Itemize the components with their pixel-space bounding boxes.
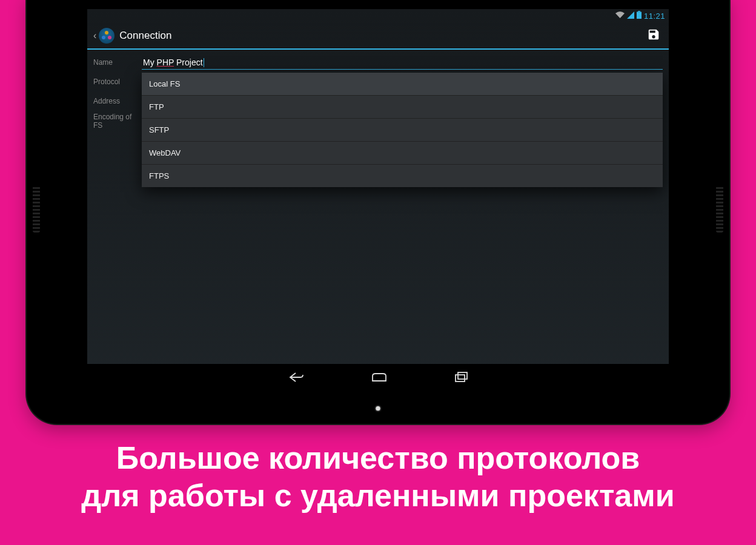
page-title: Connection	[119, 30, 645, 42]
chevron-left-icon: ‹	[93, 30, 96, 41]
status-clock: 11:21	[644, 12, 665, 21]
dropdown-item-sftp[interactable]: SFTP	[142, 119, 663, 142]
nav-recent-button[interactable]	[454, 372, 468, 383]
caption-line-1: Большое количество протоколов	[0, 439, 756, 477]
name-label: Name	[93, 58, 142, 67]
dropdown-item-ftps[interactable]: FTPS	[142, 165, 663, 187]
svg-rect-5	[456, 375, 465, 382]
text-cursor	[204, 58, 204, 67]
signal-icon	[627, 12, 634, 21]
protocol-label: Protocol	[93, 78, 142, 86]
save-button[interactable]	[645, 25, 663, 46]
nav-home-button[interactable]	[371, 372, 388, 383]
svg-rect-1	[637, 12, 642, 19]
svg-rect-0	[638, 11, 640, 12]
wifi-icon	[615, 12, 625, 21]
dropdown-item-ftp[interactable]: FTP	[142, 96, 663, 119]
up-nav-button[interactable]: ‹	[93, 28, 114, 44]
speaker-grille-left	[33, 185, 40, 233]
svg-rect-6	[458, 372, 467, 379]
battery-icon	[637, 11, 642, 21]
protocol-dropdown: Local FS FTP SFTP WebDAV FTPS	[142, 73, 663, 187]
action-bar: ‹ Connection	[87, 22, 669, 50]
dropdown-item-webdav[interactable]: WebDAV	[142, 142, 663, 165]
indicator-dot	[376, 406, 380, 411]
dropdown-item-local-fs[interactable]: Local FS	[142, 73, 663, 96]
svg-point-2	[105, 31, 108, 35]
status-bar: 11:21	[87, 9, 669, 22]
encoding-label: Encoding of FS	[93, 113, 142, 130]
nav-back-button[interactable]	[288, 371, 304, 383]
marketing-caption: Большое количество протоколов для работы…	[0, 439, 756, 515]
name-input[interactable]: My PHP Project	[142, 56, 663, 70]
tablet-device-frame: 11:21 ‹ Connection Name My PHP Project	[27, 0, 729, 424]
svg-point-4	[108, 36, 111, 39]
address-label: Address	[93, 97, 142, 105]
connection-form: Name My PHP Project Protocol Local FS Ad…	[87, 50, 669, 138]
tablet-screen: 11:21 ‹ Connection Name My PHP Project	[87, 9, 669, 391]
app-icon	[99, 28, 114, 44]
svg-point-3	[102, 36, 105, 39]
speaker-grille-right	[716, 185, 723, 233]
caption-line-2: для работы с удаленными проектами	[0, 477, 756, 514]
system-nav-bar	[87, 364, 669, 391]
